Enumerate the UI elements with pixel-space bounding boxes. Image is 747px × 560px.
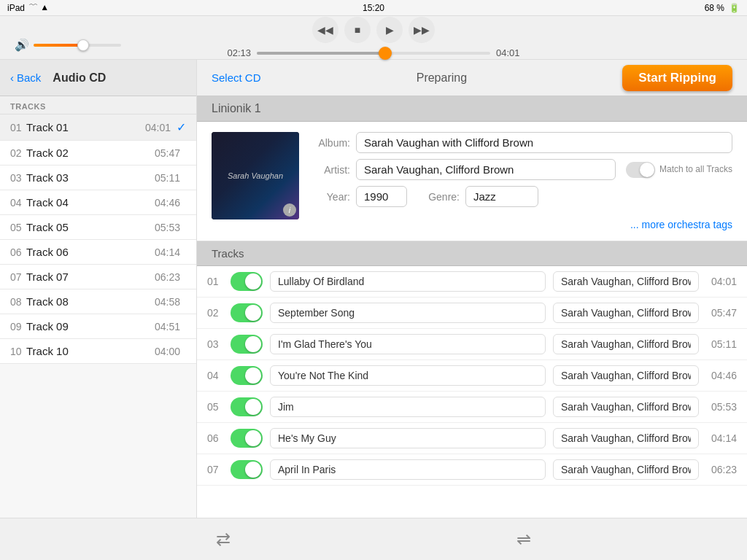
artist-input[interactable] bbox=[356, 159, 616, 180]
sidebar-track-duration: 05:11 bbox=[155, 172, 180, 184]
sidebar-track-item[interactable]: 06 Track 06 04:14 bbox=[0, 240, 196, 265]
album-input[interactable] bbox=[356, 132, 732, 153]
track-enable-toggle[interactable] bbox=[231, 335, 263, 354]
track-title-input[interactable] bbox=[270, 397, 546, 417]
track-artist-input[interactable] bbox=[553, 303, 699, 323]
sidebar-header: ‹ Back Audio CD bbox=[0, 60, 196, 96]
track-duration: 04:46 bbox=[706, 370, 737, 381]
forward-button[interactable]: ▶▶ bbox=[409, 17, 435, 43]
match-toggle-area: Match to all Tracks bbox=[626, 162, 732, 178]
track-row: 01 04:01 bbox=[197, 266, 747, 298]
track-toggle-knob bbox=[245, 399, 261, 415]
sidebar-track-num: 09 bbox=[10, 321, 26, 332]
track-title-input[interactable] bbox=[270, 303, 546, 323]
progress-thumb[interactable] bbox=[379, 47, 392, 60]
track-enable-toggle[interactable] bbox=[231, 303, 263, 322]
sidebar-track-num: 08 bbox=[10, 296, 26, 308]
check-mark-icon: ✓ bbox=[177, 120, 186, 134]
sidebar-track-num: 07 bbox=[10, 271, 26, 283]
sidebar-track-item[interactable]: 04 Track 04 04:46 bbox=[0, 190, 196, 215]
sidebar-track-duration: 04:51 bbox=[155, 321, 180, 332]
sidebar-track-duration: 05:47 bbox=[155, 147, 180, 159]
sidebar-track-name: Track 07 bbox=[26, 271, 155, 283]
sidebar-track-item[interactable]: 10 Track 10 04:00 bbox=[0, 339, 196, 364]
sidebar-track-item[interactable]: 09 Track 09 04:51 bbox=[0, 314, 196, 339]
sidebar-track-item[interactable]: 07 Track 07 06:23 bbox=[0, 265, 196, 289]
sidebar-track-item[interactable]: 03 Track 03 05:11 bbox=[0, 166, 196, 190]
progress-track[interactable] bbox=[257, 52, 490, 55]
cd-info-inner: Sarah Vaughan i Album: Artist: bbox=[212, 132, 732, 230]
track-artist-input[interactable] bbox=[553, 397, 699, 417]
match-toggle[interactable] bbox=[626, 162, 655, 178]
track-row-num: 02 bbox=[207, 307, 223, 319]
track-title-input[interactable] bbox=[270, 428, 546, 448]
track-toggle-knob bbox=[245, 305, 261, 321]
track-artist-input[interactable] bbox=[553, 271, 699, 292]
album-field-row: Album: bbox=[311, 132, 732, 153]
year-genre-row: Year: Genre: bbox=[311, 186, 732, 207]
sidebar-track-name: Track 10 bbox=[26, 345, 155, 357]
track-row-num: 04 bbox=[207, 370, 223, 381]
track-row: 05 05:53 bbox=[197, 392, 747, 423]
main-layout: ‹ Back Audio CD TRACKS 01 Track 01 04:01… bbox=[0, 60, 747, 518]
sidebar-track-item[interactable]: 02 Track 02 05:47 bbox=[0, 141, 196, 166]
track-title-input[interactable] bbox=[270, 459, 546, 480]
play-button[interactable]: ▶ bbox=[376, 17, 403, 43]
track-enable-toggle[interactable] bbox=[231, 460, 263, 479]
year-input[interactable] bbox=[356, 186, 407, 207]
track-toggle-knob bbox=[245, 273, 261, 289]
shuffle-button[interactable]: ⇌ bbox=[516, 529, 531, 550]
volume-track[interactable] bbox=[34, 44, 121, 47]
status-left: iPad ﹋ ▲ bbox=[7, 1, 49, 14]
sidebar-track-name: Track 08 bbox=[26, 295, 155, 308]
sidebar-track-item[interactable]: 01 Track 01 04:01 ✓ bbox=[0, 114, 196, 141]
track-enable-toggle[interactable] bbox=[231, 366, 263, 385]
repeat-button[interactable]: ⇄ bbox=[216, 529, 231, 550]
transport-controls: ◀◀ ■ ▶ ▶▶ bbox=[312, 17, 435, 43]
track-enable-toggle[interactable] bbox=[231, 429, 263, 448]
track-title-input[interactable] bbox=[270, 334, 546, 354]
track-artist-input[interactable] bbox=[553, 459, 699, 480]
track-artist-input[interactable] bbox=[553, 428, 699, 448]
track-artist-input[interactable] bbox=[553, 365, 699, 386]
back-button[interactable]: ‹ Back bbox=[10, 71, 41, 84]
volume-thumb[interactable] bbox=[77, 39, 89, 51]
sidebar-track-item[interactable]: 08 Track 08 04:58 bbox=[0, 289, 196, 314]
sidebar-track-item[interactable]: 05 Track 05 05:53 bbox=[0, 215, 196, 240]
track-title-input[interactable] bbox=[270, 271, 546, 292]
toggle-knob bbox=[640, 163, 654, 177]
track-enable-toggle[interactable] bbox=[231, 397, 263, 416]
track-toggle-knob bbox=[245, 430, 261, 446]
start-ripping-button[interactable]: Start Ripping bbox=[622, 65, 732, 91]
stop-button[interactable]: ■ bbox=[344, 17, 371, 43]
more-tags-link[interactable]: ... more orchestra tags bbox=[311, 216, 732, 230]
sidebar-track-name: Track 05 bbox=[26, 221, 155, 233]
sidebar-track-num: 01 bbox=[10, 122, 26, 133]
sidebar-track-name: Track 04 bbox=[26, 196, 155, 209]
track-artist-input[interactable] bbox=[553, 334, 699, 354]
battery-icon: 🔋 bbox=[729, 3, 740, 13]
track-title-input[interactable] bbox=[270, 365, 546, 386]
sidebar-track-duration: 04:14 bbox=[155, 246, 180, 258]
track-list: 01 Track 01 04:01 ✓ 02 Track 02 05:47 03… bbox=[0, 114, 196, 518]
sidebar-track-num: 03 bbox=[10, 172, 26, 184]
track-toggle-knob bbox=[245, 336, 261, 352]
back-label: Back bbox=[17, 71, 41, 84]
info-badge[interactable]: i bbox=[283, 203, 296, 217]
sidebar-track-name: Track 06 bbox=[26, 246, 155, 258]
genre-label: Genre: bbox=[420, 191, 460, 203]
tracks-section: 01 04:01 02 05:47 03 05:11 04 04:46 05 bbox=[197, 266, 747, 518]
transport-bar: 🔊 ◀◀ ■ ▶ ▶▶ 02:13 04:01 bbox=[0, 16, 747, 60]
sidebar-track-num: 04 bbox=[10, 197, 26, 209]
sidebar-track-duration: 04:00 bbox=[155, 346, 180, 357]
sidebar-track-name: Track 03 bbox=[26, 171, 155, 184]
rewind-button[interactable]: ◀◀ bbox=[312, 17, 338, 43]
track-toggle-knob bbox=[245, 462, 261, 478]
album-art: Sarah Vaughan i bbox=[212, 132, 299, 219]
select-cd-button[interactable]: Select CD bbox=[212, 71, 261, 84]
genre-input[interactable] bbox=[465, 186, 538, 207]
back-chevron-icon: ‹ bbox=[10, 71, 14, 84]
progress-fill bbox=[257, 52, 385, 55]
track-enable-toggle[interactable] bbox=[231, 272, 263, 291]
sidebar-title: Audio CD bbox=[53, 71, 106, 85]
